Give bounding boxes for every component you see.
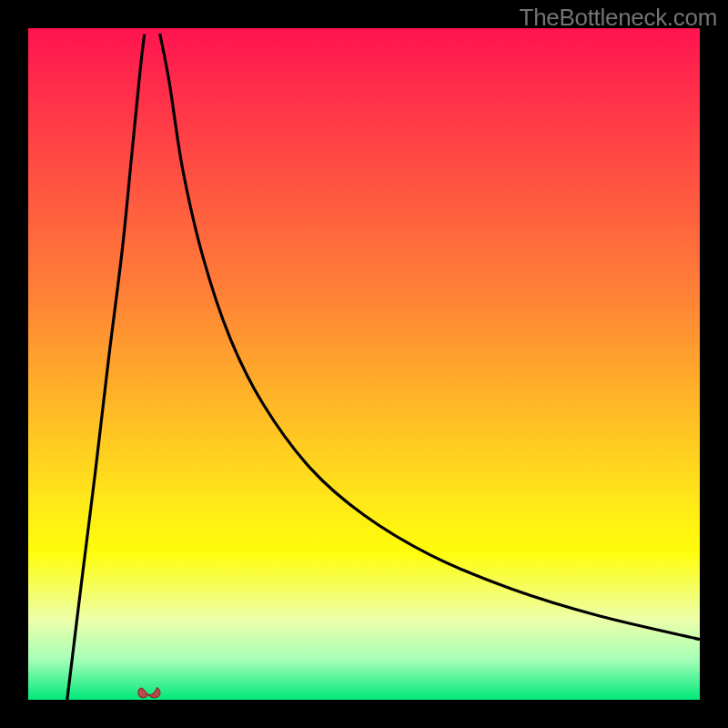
chart-svg (28, 28, 700, 700)
chart-frame: TheBottleneck.com (0, 0, 728, 728)
bottleneck-curve-chart (28, 28, 700, 700)
watermark-text: TheBottleneck.com (520, 4, 717, 32)
gradient-background (28, 28, 700, 700)
